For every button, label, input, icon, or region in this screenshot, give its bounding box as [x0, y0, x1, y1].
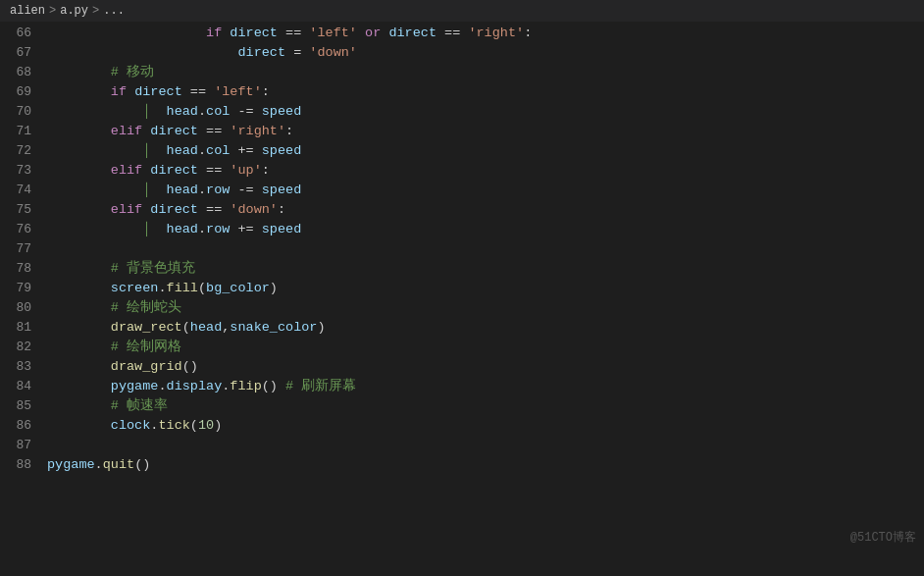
token	[47, 359, 111, 374]
line-number: 78	[0, 259, 47, 279]
breadcrumb-file[interactable]: a.py	[60, 4, 88, 18]
token: +=	[230, 222, 261, 236]
token	[47, 398, 111, 413]
token: direct	[150, 163, 198, 178]
token	[47, 320, 111, 335]
token: fill	[167, 281, 198, 295]
token: 'left'	[214, 84, 262, 99]
token: :	[278, 202, 285, 217]
line-content: screen.fill(bg_color)	[47, 279, 924, 298]
table-row: 67 direct = 'down'	[0, 43, 924, 63]
line-content: # 绘制蛇头	[47, 298, 924, 318]
line-number: 82	[0, 338, 47, 357]
token: .	[198, 104, 206, 119]
watermark: @51CTO博客	[850, 529, 916, 546]
breadcrumb-sep2: >	[92, 4, 99, 18]
table-row: 76 │ head.row += speed	[0, 220, 924, 239]
token: speed	[262, 104, 302, 119]
token: 'down'	[309, 45, 357, 60]
token: # 背景色填充	[111, 261, 195, 276]
token: 'right'	[468, 26, 524, 40]
table-row: 73 elif direct == 'up':	[0, 161, 924, 181]
token	[47, 222, 142, 236]
line-number: 74	[0, 181, 47, 200]
token: head	[167, 143, 198, 158]
token: 'right'	[230, 124, 285, 138]
line-number: 72	[0, 141, 47, 161]
line-number: 84	[0, 377, 47, 396]
token: =	[285, 45, 309, 60]
table-row: 86 clock.tick(10)	[0, 416, 924, 436]
token	[47, 45, 237, 60]
token: .	[158, 379, 166, 393]
token: direct	[150, 124, 198, 138]
table-row: 83 draw_grid()	[0, 357, 924, 377]
token: row	[206, 222, 230, 236]
token: clock	[111, 418, 151, 433]
token: .	[198, 222, 206, 236]
token: display	[167, 379, 223, 393]
token: .	[198, 183, 206, 197]
token	[47, 418, 111, 433]
line-number: 68	[0, 63, 47, 82]
token: )	[270, 281, 278, 295]
token: ==	[436, 26, 468, 40]
token: head	[167, 222, 198, 236]
token: .	[158, 281, 166, 295]
token: head	[167, 104, 198, 119]
table-row: 70 │ head.col -= speed	[0, 102, 924, 122]
token: elif	[111, 163, 142, 178]
token: screen	[111, 281, 159, 295]
line-content: │ head.col -= speed	[47, 102, 924, 122]
token: speed	[262, 183, 302, 197]
token	[127, 84, 134, 99]
line-content	[47, 239, 924, 259]
token	[47, 340, 111, 354]
token: 'down'	[230, 202, 278, 217]
token: pygame	[111, 379, 159, 393]
breadcrumb-sep1: >	[49, 4, 56, 18]
token: +=	[230, 143, 261, 158]
token	[47, 183, 142, 197]
table-row: 87	[0, 436, 924, 455]
table-row: 66 if direct == 'left' or direct == 'rig…	[0, 24, 924, 43]
token: snake_color	[230, 320, 317, 335]
line-number: 70	[0, 102, 47, 122]
token: bg_color	[206, 281, 270, 295]
token: ==	[198, 202, 230, 217]
token: row	[206, 183, 230, 197]
table-row: 84 pygame.display.flip() # 刷新屏幕	[0, 377, 924, 396]
token: direct	[237, 45, 285, 60]
line-number: 71	[0, 122, 47, 141]
line-number: 67	[0, 43, 47, 63]
token	[47, 163, 111, 178]
line-number: 73	[0, 161, 47, 181]
breadcrumb-user: alien	[10, 4, 45, 18]
token: -=	[230, 104, 261, 119]
line-content: draw_grid()	[47, 357, 924, 377]
token: ==	[278, 26, 309, 40]
token: # 绘制网格	[111, 340, 181, 354]
line-content	[47, 436, 924, 455]
table-row: 71 elif direct == 'right':	[0, 122, 924, 141]
token: # 绘制蛇头	[111, 300, 181, 315]
token	[150, 222, 166, 236]
token: .	[198, 143, 206, 158]
line-number: 81	[0, 318, 47, 338]
token	[150, 183, 166, 197]
token: quit	[103, 457, 134, 472]
line-number: 79	[0, 279, 47, 298]
token: (	[182, 320, 190, 335]
line-content: draw_rect(head,snake_color)	[47, 318, 924, 338]
line-number: 77	[0, 239, 47, 259]
token	[47, 124, 111, 138]
token: direct	[134, 84, 182, 99]
line-content: elif direct == 'right':	[47, 122, 924, 141]
token: (	[198, 281, 206, 295]
token: col	[206, 143, 230, 158]
token	[47, 281, 111, 295]
token	[47, 104, 142, 119]
token	[47, 84, 111, 99]
line-number: 80	[0, 298, 47, 318]
token: )	[317, 320, 325, 335]
